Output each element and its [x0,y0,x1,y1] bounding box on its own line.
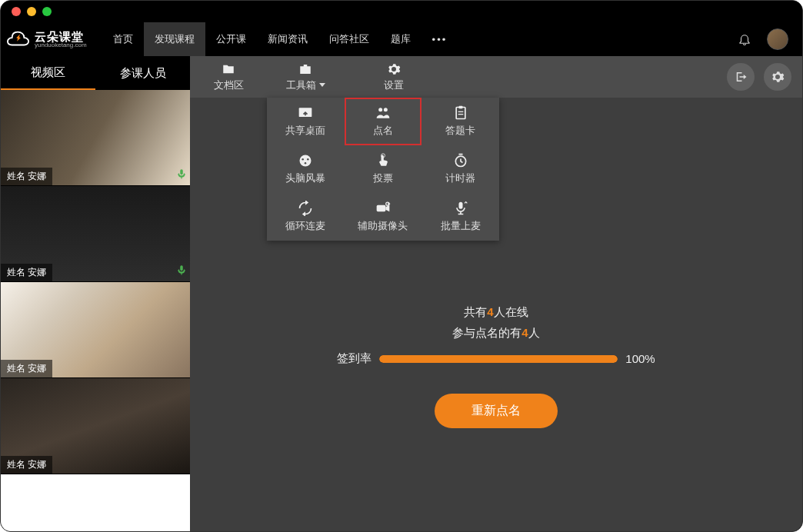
redo-rollcall-button[interactable]: 重新点名 [435,394,558,428]
dd-vote[interactable]: 投票 [345,145,422,193]
roll-call-stats: 共有4人在线 参与点名的有4人 签到率 100% 重新点名 [190,305,802,428]
rate-pct: 100% [625,352,655,365]
main-panel: 文档区 工具箱 设置 [190,56,802,531]
nav-open-class[interactable]: 公开课 [205,22,257,56]
svg-rect-13 [458,202,462,209]
gear-icon [771,70,785,84]
brand-sub: yunduoketang.com [35,42,87,48]
screen-share-icon [297,105,314,121]
mic-icon [176,168,187,182]
svg-point-8 [305,162,307,165]
video-tile[interactable]: 姓名 安娜 [1,378,190,474]
window-titlebar [1,1,802,22]
nav-more[interactable]: ••• [421,34,458,45]
left-panel: 视频区 参课人员 姓名 安娜 姓名 安娜 姓名 安娜 姓名 安娜 [1,56,190,531]
exit-button[interactable] [727,63,755,91]
minimize-window[interactable] [27,7,36,16]
dd-answer-card[interactable]: 答题卡 [421,98,499,145]
dd-loop-mic[interactable]: 循环连麦 [267,193,345,241]
video-tile[interactable]: 姓名 安娜 [1,282,190,378]
rate-label: 签到率 [337,351,372,366]
tab-attendees[interactable]: 参课人员 [95,56,190,90]
toolbar: 文档区 工具箱 设置 [190,56,802,98]
close-window[interactable] [12,7,21,16]
clock-icon [452,153,469,168]
film-icon [297,153,314,168]
exit-icon [734,70,748,84]
folder-icon [220,62,237,76]
svg-point-6 [302,158,305,161]
svg-point-7 [307,158,309,161]
bell-icon[interactable] [738,32,751,46]
toolbox-dropdown: 共享桌面 点名 答题卡 头脑风暴 投票 [267,98,499,241]
svg-rect-3 [456,108,465,119]
nav-bank[interactable]: 题库 [380,22,421,56]
video-tile[interactable]: 姓名 安娜 [1,186,190,282]
loop-icon [297,201,314,216]
people-icon [375,105,392,121]
camera-icon [375,201,392,216]
participant-name: 姓名 安娜 [1,168,52,185]
video-tile-empty [1,474,190,531]
toolbox-button[interactable]: 工具箱 [267,56,344,98]
svg-rect-4 [458,106,462,108]
nav-discover[interactable]: 发现课程 [144,22,205,56]
svg-rect-11 [377,205,386,211]
dd-share-screen[interactable]: 共享桌面 [267,98,345,145]
participant-name: 姓名 安娜 [1,264,52,281]
progress-fill [379,355,618,363]
video-tile[interactable]: 姓名 安娜 [1,90,190,186]
settings-button[interactable]: 设置 [344,56,444,98]
dd-timer[interactable]: 计时器 [421,145,499,193]
svg-point-1 [378,108,382,111]
top-nav: 云朵课堂 yunduoketang.com 首页 发现课程 公开课 新闻资讯 问… [1,22,802,56]
participant-name: 姓名 安娜 [1,360,52,377]
nav-news[interactable]: 新闻资讯 [257,22,318,56]
toolbox-label: 工具箱 [286,78,316,92]
nav-qa[interactable]: 问答社区 [318,22,380,56]
dd-roll-call[interactable]: 点名 [345,98,422,145]
progress-bar [379,355,618,363]
online-count: 共有4人在线 [464,305,528,320]
maximize-window[interactable] [42,7,52,16]
touch-icon [375,153,392,168]
chevron-down-icon [319,83,325,87]
mic-icon [176,264,187,278]
participated-count: 参与点名的有4人 [452,326,539,341]
cloud-icon [7,30,30,48]
briefcase-icon [297,62,314,76]
clipboard-icon [452,105,469,121]
signin-rate: 签到率 100% [337,351,655,366]
gear-icon [385,62,402,76]
participant-name: 姓名 安娜 [1,456,52,474]
gear-button[interactable] [764,63,791,91]
video-list: 姓名 安娜 姓名 安娜 姓名 安娜 姓名 安娜 [1,90,190,531]
brand-logo[interactable]: 云朵课堂 yunduoketang.com [7,30,87,48]
dd-aux-camera[interactable]: 辅助摄像头 [345,193,422,241]
tab-video-area[interactable]: 视频区 [1,56,95,90]
avatar[interactable] [767,28,788,50]
docs-button[interactable]: 文档区 [190,56,267,98]
svg-point-5 [300,155,312,167]
nav-home[interactable]: 首页 [102,22,144,56]
svg-point-2 [384,108,388,111]
settings-label: 设置 [384,78,404,92]
dd-brainstorm[interactable]: 头脑风暴 [267,145,345,193]
nav-items: 首页 发现课程 公开课 新闻资讯 问答社区 题库 ••• [102,22,458,56]
brand-name: 云朵课堂 [35,31,87,42]
mic-up-icon [452,201,469,216]
dd-batch-mic[interactable]: 批量上麦 [421,193,499,241]
docs-label: 文档区 [214,78,244,92]
